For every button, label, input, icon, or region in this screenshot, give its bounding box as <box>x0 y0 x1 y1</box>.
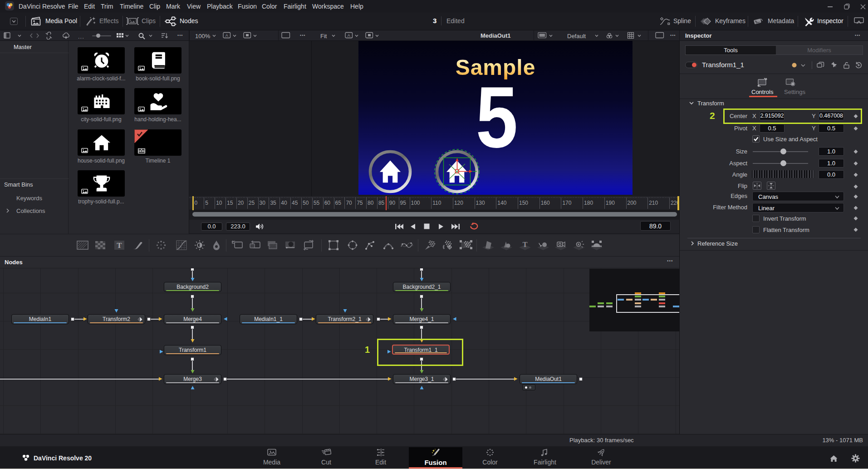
svg-text:A: A <box>348 33 350 38</box>
svg-text:A: A <box>226 33 228 38</box>
svg-text:T: T <box>523 241 528 248</box>
svg-text:T: T <box>117 241 122 250</box>
